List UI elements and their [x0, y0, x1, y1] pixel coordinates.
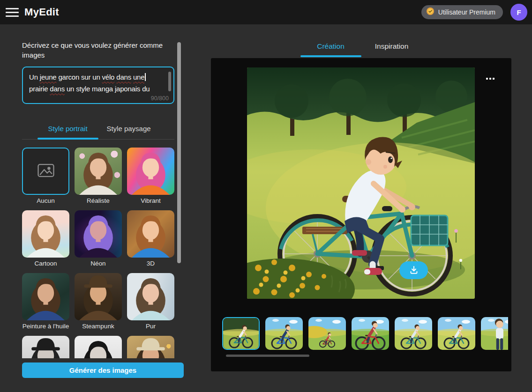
creation-panel [211, 58, 511, 371]
char-counter: 90/800 [151, 95, 169, 102]
hamburger-icon[interactable] [6, 8, 19, 17]
style-label: Néon [75, 260, 122, 267]
style-label: Steampunk [75, 323, 122, 330]
variation-thumb-4[interactable] [352, 317, 389, 350]
style-option-aucun[interactable]: Aucun [22, 148, 69, 205]
variation-thumb-6[interactable] [438, 317, 475, 350]
prompt-input[interactable]: Un jeune garcon sur un vélo dans une pra… [22, 67, 174, 104]
style-label: Aucun [22, 197, 69, 205]
style-label: 3D [127, 260, 174, 267]
style-tabs: Style portrait Style paysage [22, 125, 174, 140]
generated-image[interactable] [247, 67, 475, 299]
tab-creation[interactable]: Création [300, 42, 361, 56]
tab-inspiration[interactable]: Inspiration [361, 42, 422, 56]
tab-style-paysage[interactable]: Style paysage [98, 125, 159, 139]
style-label: Cartoon [22, 260, 69, 267]
app-header: MyEdit Utilisateur Premium F [0, 0, 532, 24]
style-option-cartoon[interactable]: Cartoon [22, 210, 69, 267]
style-option-3d[interactable]: 3D [127, 210, 174, 267]
style-option-peinture-huile[interactable]: Peinture à l'huile [22, 273, 69, 330]
premium-badge-icon [426, 7, 435, 17]
image-placeholder-icon [36, 160, 56, 183]
ellipsis-icon [486, 78, 488, 80]
variation-thumb-7[interactable] [481, 317, 508, 350]
prompt-scrollbar[interactable] [168, 72, 171, 91]
style-option-partial-1[interactable] [22, 336, 69, 358]
variation-thumb-5[interactable] [395, 317, 432, 350]
style-option-neon[interactable]: Néon [75, 210, 122, 267]
prompt-text[interactable]: Un jeune garcon sur un vélo dans une pra… [29, 71, 161, 96]
variation-thumb-2[interactable] [265, 317, 303, 350]
app-logo: MyEdit [24, 6, 59, 18]
style-option-steampunk[interactable]: Steampunk [75, 273, 122, 330]
style-option-partial-3[interactable] [127, 336, 174, 358]
variation-thumb-1[interactable] [222, 317, 260, 350]
download-icon [409, 265, 419, 276]
styles-scroll-area: Aucun Réaliste Vibrant Cartoon Néon 3D P… [22, 148, 174, 358]
prompt-label: Décrivez ce que vous voulez générer comm… [22, 40, 177, 60]
style-label: Réaliste [75, 197, 122, 205]
premium-label: Utilisateur Premium [438, 8, 495, 16]
generate-images-button[interactable]: Générer des images [22, 362, 184, 378]
style-option-vibrant[interactable]: Vibrant [127, 148, 174, 205]
style-label: Vibrant [127, 197, 174, 205]
more-options-button[interactable] [482, 74, 499, 84]
style-option-partial-2[interactable] [75, 336, 122, 358]
style-option-pur[interactable]: Pur [127, 273, 174, 330]
premium-user-badge[interactable]: Utilisateur Premium [421, 5, 503, 19]
style-label: Peinture à l'huile [22, 323, 69, 330]
download-button[interactable] [399, 261, 428, 279]
style-option-realiste[interactable]: Réaliste [75, 148, 122, 205]
strip-scrollbar[interactable] [226, 355, 309, 357]
tab-style-portrait[interactable]: Style portrait [37, 125, 98, 139]
result-tabs: Création Inspiration [211, 42, 511, 57]
left-panel-scrollbar[interactable] [177, 42, 181, 263]
variations-strip [222, 317, 508, 354]
avatar[interactable]: F [510, 4, 527, 21]
variation-thumb-3[interactable] [308, 317, 346, 350]
style-label: Pur [127, 323, 174, 330]
